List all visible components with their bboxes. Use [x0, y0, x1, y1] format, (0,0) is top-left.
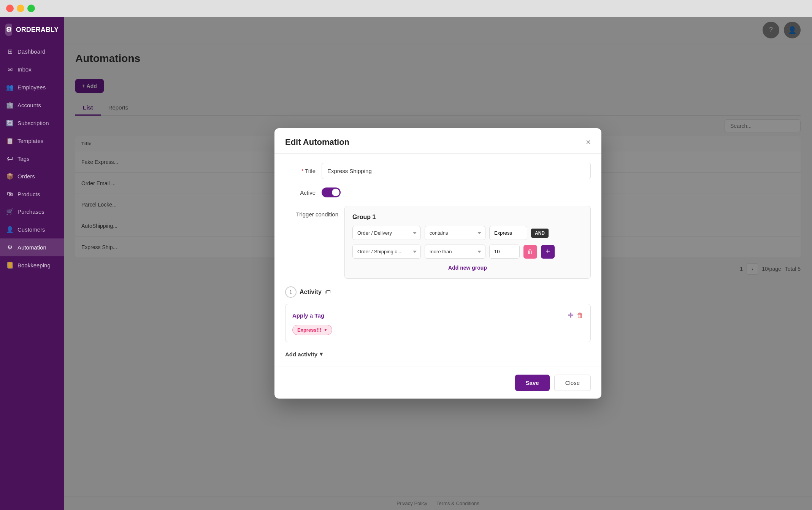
cond2-operator-select[interactable]: more than — [425, 245, 485, 259]
title-label: * Title — [285, 168, 316, 174]
add-activity-chevron: ▾ — [320, 351, 323, 357]
sidebar-item-label: Orders — [17, 173, 35, 180]
sidebar-item-purchases[interactable]: 🛒 Purchases — [0, 203, 64, 221]
sidebar-item-automation[interactable]: ⚙ Automation — [0, 238, 64, 256]
sidebar-item-dashboard[interactable]: ⊞ Dashboard — [0, 43, 64, 60]
sidebar-item-label: Dashboard — [17, 48, 45, 55]
sidebar-item-orders[interactable]: 📦 Orders — [0, 167, 64, 185]
title-bar — [0, 0, 812, 17]
sidebar-item-label: Inbox — [17, 66, 32, 73]
sidebar-item-inbox[interactable]: ✉ Inbox — [0, 60, 64, 78]
app-container: ⚙ ORDERABLY ⊞ Dashboard ✉ Inbox 👥 Employ… — [0, 17, 812, 510]
add-group-line-right — [492, 268, 583, 268]
modal-footer: Save Close — [274, 367, 601, 399]
inbox-icon: ✉ — [6, 66, 14, 73]
modal-overlay[interactable]: Edit Automation × * Title — [64, 17, 812, 510]
add-activity-label: Add activity — [285, 351, 317, 357]
required-asterisk: * — [301, 168, 305, 174]
title-field-row: * Title — [285, 163, 591, 179]
sidebar-item-label: Employees — [17, 84, 46, 91]
tag-chip[interactable]: Express!!! ▼ — [292, 325, 332, 335]
edit-automation-modal: Edit Automation × * Title — [274, 128, 601, 399]
modal-header: Edit Automation × — [274, 128, 601, 154]
sidebar: ⚙ ORDERABLY ⊞ Dashboard ✉ Inbox 👥 Employ… — [0, 17, 64, 510]
active-toggle[interactable] — [322, 187, 341, 197]
trigger-condition-section: Trigger condition Group 1 Order / Delive… — [285, 206, 591, 279]
add-group-row: Add new group — [352, 265, 583, 271]
sidebar-item-bookkeeping[interactable]: 📒 Bookkeeping — [0, 256, 64, 274]
add-group-line-left — [352, 268, 443, 268]
sidebar-item-label: Purchases — [17, 208, 44, 215]
app-name: ORDERABLY — [16, 26, 59, 34]
sidebar-item-label: Bookkeeping — [17, 262, 51, 269]
trigger-condition-label: Trigger condition — [285, 206, 338, 218]
logo-icon: ⚙ — [5, 24, 12, 36]
activity-card-header: Apply a Tag ✛ 🗑 — [292, 311, 584, 319]
sidebar-item-customers[interactable]: 👤 Customers — [0, 221, 64, 238]
cond1-operator-select[interactable]: contains — [425, 226, 485, 240]
subscription-icon: 🔄 — [6, 119, 14, 127]
activity-header: 1 Activity 🏷 — [285, 286, 591, 298]
sidebar-item-products[interactable]: 🛍 Products — [0, 185, 64, 203]
apply-tag-label: Apply a Tag — [292, 312, 324, 319]
accounts-icon: 🏢 — [6, 102, 14, 109]
cond2-field-select[interactable]: Order / Shipping c ... — [352, 245, 421, 259]
sidebar-item-accounts[interactable]: 🏢 Accounts — [0, 96, 64, 114]
cond2-value-input[interactable] — [489, 245, 520, 259]
activity-card: Apply a Tag ✛ 🗑 Express!!! ▼ — [285, 304, 591, 342]
sidebar-item-templates[interactable]: 📋 Templates — [0, 132, 64, 150]
sidebar-item-tags[interactable]: 🏷 Tags — [0, 150, 64, 167]
tag-chip-container: Express!!! ▼ — [292, 325, 584, 335]
modal-body: * Title Active — [274, 154, 601, 367]
activity-card-actions: ✛ 🗑 — [568, 311, 584, 319]
sidebar-item-label: Automation — [17, 244, 46, 251]
condition-row-1: Order / Delivery contains AND — [352, 226, 583, 240]
active-label: Active — [285, 189, 316, 196]
customers-icon: 👤 — [6, 226, 14, 233]
cond1-field-select[interactable]: Order / Delivery — [352, 226, 421, 240]
modal-close-button[interactable]: × — [586, 138, 591, 146]
trigger-box: Group 1 Order / Delivery contains — [344, 206, 591, 279]
products-icon: 🛍 — [6, 191, 14, 197]
sidebar-item-label: Subscription — [17, 120, 49, 126]
activity-section: 1 Activity 🏷 Apply a Tag ✛ 🗑 — [285, 286, 591, 357]
sidebar-item-label: Templates — [17, 138, 43, 144]
sidebar-item-employees[interactable]: 👥 Employees — [0, 78, 64, 96]
condition-row-2: Order / Shipping c ... more than 🗑 + — [352, 245, 583, 259]
add-activity-button[interactable]: Add activity ▾ — [285, 351, 323, 357]
tags-icon: 🏷 — [6, 155, 14, 162]
title-input[interactable] — [322, 163, 591, 179]
add-group-button[interactable]: Add new group — [443, 265, 492, 271]
cond1-value-input[interactable] — [489, 226, 527, 240]
save-button[interactable]: Save — [515, 375, 550, 391]
templates-icon: 📋 — [6, 137, 14, 145]
drag-activity-button[interactable]: ✛ — [568, 311, 574, 319]
group1-title: Group 1 — [352, 214, 583, 221]
activity-tag-icon: 🏷 — [325, 289, 331, 296]
delete-condition-button[interactable]: 🗑 — [523, 245, 537, 259]
close-button[interactable]: Close — [554, 375, 591, 391]
window-minimize-button[interactable] — [17, 5, 24, 12]
tag-chip-label: Express!!! — [297, 327, 322, 333]
delete-activity-button[interactable]: 🗑 — [577, 311, 584, 319]
orders-icon: 📦 — [6, 173, 14, 180]
automation-icon: ⚙ — [6, 244, 14, 251]
dashboard-icon: ⊞ — [6, 48, 14, 55]
tag-chip-arrow: ▼ — [324, 328, 328, 332]
sidebar-item-label: Products — [17, 191, 40, 197]
sidebar-item-label: Tags — [17, 156, 30, 162]
purchases-icon: 🛒 — [6, 208, 14, 215]
employees-icon: 👥 — [6, 84, 14, 91]
window-close-button[interactable] — [6, 5, 14, 12]
sidebar-item-label: Accounts — [17, 102, 41, 108]
modal-title: Edit Automation — [285, 137, 349, 147]
add-condition-button[interactable]: + — [541, 245, 555, 259]
app-logo: ⚙ ORDERABLY — [0, 17, 64, 43]
bookkeeping-icon: 📒 — [6, 262, 14, 269]
window-maximize-button[interactable] — [27, 5, 35, 12]
activity-label: Activity — [300, 289, 322, 296]
sidebar-item-subscription[interactable]: 🔄 Subscription — [0, 114, 64, 132]
sidebar-item-label: Customers — [17, 226, 45, 233]
active-field-row: Active — [285, 187, 591, 197]
activity-number: 1 — [285, 286, 297, 298]
